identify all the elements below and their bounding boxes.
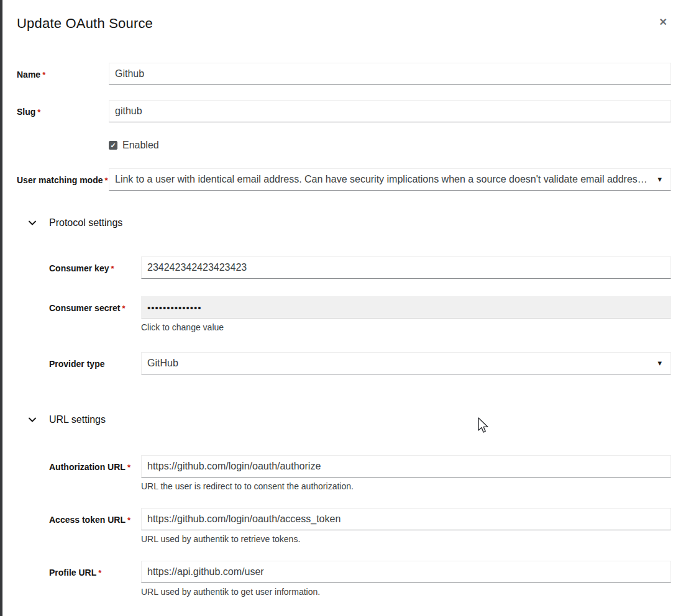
update-oauth-source-modal: Update OAuth Source ✕ Name* Slug* ✓ Enab… [2, 0, 686, 616]
profile-url-label-wrap: Profile URL* [49, 561, 141, 578]
consumer-secret-row: Consumer secret* Click to change value [49, 296, 671, 332]
provider-type-label: Provider type [49, 359, 104, 369]
user-matching-mode-label: User matching mode* [17, 175, 108, 185]
url-settings-body: Authorization URL* URL the user is redir… [49, 455, 671, 597]
provider-type-value: GitHub [147, 358, 178, 369]
profile-url-row: Profile URL* URL used by authentik to ge… [49, 561, 671, 597]
protocol-settings-header[interactable]: Protocol settings [17, 217, 671, 229]
authorization-url-label: Authorization URL* [49, 462, 130, 472]
profile-url-field[interactable] [141, 561, 671, 583]
required-asterisk: * [122, 304, 125, 313]
name-field[interactable] [109, 63, 671, 85]
profile-url-label: Profile URL* [49, 568, 101, 578]
name-label-wrap: Name* [17, 63, 109, 80]
required-asterisk: * [98, 568, 101, 578]
chevron-down-icon: ▾ [657, 175, 662, 183]
user-matching-mode-label-wrap: User matching mode* [17, 168, 109, 186]
consumer-key-field[interactable] [141, 256, 671, 279]
required-asterisk: * [127, 463, 130, 472]
consumer-secret-label-wrap: Consumer secret* [49, 296, 141, 314]
access-token-url-row: Access token URL* URL used by authentik … [49, 508, 671, 544]
enabled-row: ✓ Enabled [109, 140, 671, 151]
access-token-url-label: Access token URL* [49, 515, 130, 525]
authorization-url-helper: URL the user is redirect to to consent t… [141, 481, 671, 491]
protocol-settings-title: Protocol settings [49, 217, 122, 229]
required-asterisk: * [104, 176, 107, 185]
consumer-key-row: Consumer key* [49, 256, 671, 279]
user-matching-mode-row: User matching mode* Link to a user with … [17, 168, 671, 191]
required-asterisk: * [42, 70, 45, 79]
access-token-url-helper: URL used by authentik to retrieve tokens… [141, 534, 671, 544]
profile-url-helper: URL used by authentik to get user inform… [141, 587, 671, 597]
url-settings-header[interactable]: URL settings [17, 414, 671, 425]
provider-type-select[interactable]: GitHub ▾ [141, 352, 671, 374]
slug-row: Slug* [17, 100, 671, 122]
required-asterisk: * [127, 515, 130, 525]
access-token-url-field[interactable] [141, 508, 671, 530]
slug-label: Slug* [17, 107, 40, 117]
url-settings-title: URL settings [49, 414, 106, 425]
protocol-settings-chevron-icon[interactable] [28, 219, 37, 227]
consumer-secret-field[interactable] [141, 296, 671, 319]
url-settings-chevron-icon[interactable] [28, 415, 37, 424]
consumer-secret-label: Consumer secret* [49, 303, 125, 313]
authorization-url-field[interactable] [141, 455, 671, 478]
enabled-label: Enabled [122, 140, 159, 151]
modal-header: Update OAuth Source ✕ [2, 0, 686, 34]
consumer-secret-helper: Click to change value [141, 322, 671, 332]
authorization-url-row: Authorization URL* URL the user is redir… [49, 455, 671, 491]
check-icon: ✓ [110, 142, 116, 149]
provider-type-label-wrap: Provider type [49, 352, 141, 369]
consumer-key-label: Consumer key* [49, 263, 114, 273]
authorization-url-label-wrap: Authorization URL* [49, 455, 141, 473]
consumer-key-label-wrap: Consumer key* [49, 256, 141, 274]
provider-type-row: Provider type GitHub ▾ [49, 352, 671, 374]
required-asterisk: * [111, 264, 114, 273]
required-asterisk: * [37, 107, 40, 117]
name-row: Name* [17, 63, 671, 85]
access-token-url-label-wrap: Access token URL* [49, 508, 141, 525]
name-label: Name* [17, 70, 45, 79]
close-icon[interactable]: ✕ [659, 17, 667, 27]
chevron-down-icon: ▾ [657, 359, 662, 367]
user-matching-mode-value: Link to a user with identical email addr… [115, 174, 649, 185]
page-title: Update OAuth Source [17, 16, 665, 32]
slug-field[interactable] [109, 100, 671, 122]
oauth-source-form: Name* Slug* ✓ Enabled User matching mode… [2, 34, 686, 597]
slug-label-wrap: Slug* [17, 100, 109, 117]
enabled-checkbox[interactable]: ✓ [109, 141, 117, 150]
user-matching-mode-select[interactable]: Link to a user with identical email addr… [109, 168, 671, 191]
protocol-settings-body: Consumer key* Consumer secret* Click to … [49, 256, 671, 374]
